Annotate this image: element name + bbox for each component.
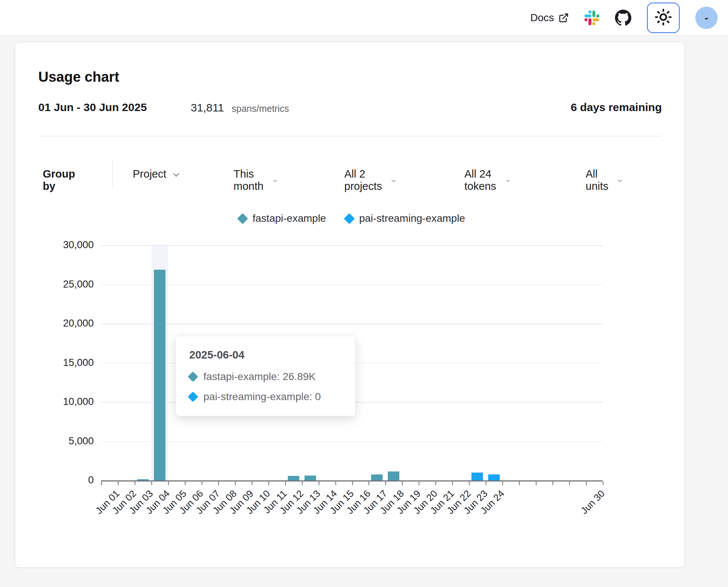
chart-legend: fastapi-examplepai-streaming-example xyxy=(101,213,603,224)
avatar-label: - xyxy=(705,12,708,24)
days-remaining: 6 days remaining xyxy=(571,101,662,114)
chevron-down-icon xyxy=(390,176,397,186)
units-select[interactable]: All units xyxy=(586,168,623,192)
slack-icon[interactable] xyxy=(584,10,599,25)
date-range: 01 Jun - 30 Jun 2025 xyxy=(38,101,147,114)
projects-select[interactable]: All 2 projects xyxy=(344,168,397,192)
usage-card xyxy=(15,42,685,568)
chevron-down-icon xyxy=(171,170,181,180)
legend-item-pai-streaming-example[interactable]: pai-streaming-example xyxy=(345,213,465,224)
projects-select-value: All 2 projects xyxy=(344,168,385,192)
external-link-icon xyxy=(558,13,569,23)
chevron-down-icon xyxy=(272,176,278,186)
docs-link[interactable]: Docs xyxy=(530,12,569,24)
group-by-label: Group by xyxy=(43,168,75,192)
chevron-down-icon xyxy=(505,176,511,186)
legend-item-fastapi-example[interactable]: fastapi-example xyxy=(239,213,326,224)
docs-label: Docs xyxy=(530,12,554,24)
tooltip-date: 2025-06-04 xyxy=(189,349,342,361)
sun-icon xyxy=(655,9,672,27)
top-bar: Docs xyxy=(0,0,728,36)
legend-label: fastapi-example xyxy=(252,213,326,224)
header-divider xyxy=(38,136,662,136)
period-select[interactable]: This month xyxy=(233,168,278,192)
filter-divider xyxy=(112,160,113,189)
group-by-select[interactable]: Project xyxy=(133,168,181,180)
series-diamond-icon xyxy=(344,213,355,224)
units-select-value: All units xyxy=(586,168,611,192)
page-title: Usage chart xyxy=(38,69,119,85)
tokens-select-value: All 24 tokens xyxy=(464,168,500,192)
period-select-value: This month xyxy=(233,168,267,192)
usage-summary-row: 01 Jun - 30 Jun 2025 31,811 spans/metric… xyxy=(38,101,662,116)
page: Docs xyxy=(0,0,728,587)
total-count: 31,811 xyxy=(191,101,224,114)
tokens-select[interactable]: All 24 tokens xyxy=(464,168,511,192)
tooltip-row-text: pai-streaming-example: 0 xyxy=(203,391,321,403)
series-diamond-icon xyxy=(188,392,198,402)
tooltip-row: pai-streaming-example: 0 xyxy=(189,391,342,403)
legend-label: pai-streaming-example xyxy=(359,213,465,224)
tooltip-row: fastapi-example: 26.89K xyxy=(189,371,342,383)
chevron-down-icon xyxy=(616,176,623,186)
theme-toggle-button[interactable] xyxy=(647,3,680,33)
github-icon[interactable] xyxy=(615,10,631,26)
series-diamond-icon xyxy=(188,372,198,382)
chart-tooltip: 2025-06-04 fastapi-example: 26.89K pai-s… xyxy=(175,336,355,416)
series-diamond-icon xyxy=(237,213,248,224)
total-unit: spans/metrics xyxy=(232,103,289,114)
user-avatar[interactable]: - xyxy=(695,7,718,29)
group-by-select-value: Project xyxy=(133,168,166,180)
tooltip-row-text: fastapi-example: 26.89K xyxy=(203,371,316,383)
